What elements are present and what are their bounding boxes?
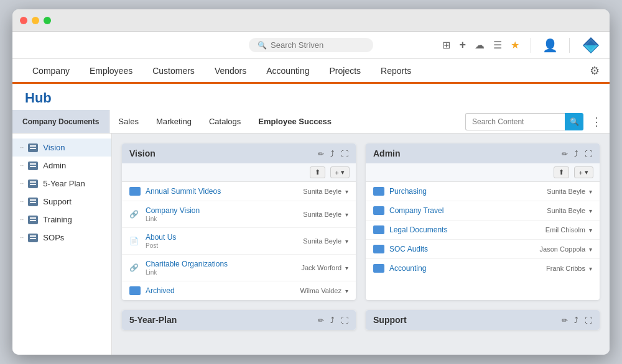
- vision-card-title: Vision: [129, 148, 156, 158]
- five-year-plan-actions: [318, 316, 348, 325]
- dropdown-arrow[interactable]: ▾: [589, 246, 592, 253]
- dropdown-arrow[interactable]: ▾: [345, 288, 348, 294]
- toolbar-actions: ⊞ + ☁ ☰ ★ 👤: [442, 38, 572, 53]
- five-year-plan-card: 5-Year-Plan: [122, 310, 356, 330]
- item-name[interactable]: SOC Audits: [389, 245, 540, 253]
- edit-icon[interactable]: [318, 149, 324, 158]
- sidebar-item-vision[interactable]: ··· Vision: [12, 139, 111, 157]
- tab-sales[interactable]: Sales: [109, 110, 147, 133]
- search-input[interactable]: [271, 40, 358, 50]
- tree-dots: ···: [20, 144, 23, 151]
- content-search-input[interactable]: [465, 113, 565, 130]
- cloud-icon[interactable]: ☁: [475, 39, 485, 51]
- settings-gear[interactable]: ⚙: [590, 59, 600, 82]
- expand-icon[interactable]: [585, 149, 592, 158]
- nav-customers[interactable]: Customers: [142, 59, 205, 82]
- expand-icon[interactable]: [341, 149, 348, 158]
- tab-company-documents[interactable]: Company Documents: [12, 110, 109, 133]
- sidebar-item-admin[interactable]: ··· Admin: [12, 157, 111, 175]
- support-card-header: Support: [366, 310, 600, 330]
- item-name[interactable]: Purchasing: [389, 187, 547, 196]
- add-new-button[interactable]: + ▾: [330, 166, 350, 178]
- sidebar-item-support[interactable]: ··· Support: [12, 193, 111, 211]
- dropdown-arrow[interactable]: ▾: [345, 188, 348, 195]
- nav-accounting[interactable]: Accounting: [256, 59, 319, 82]
- item-author: Wilma Valdez: [300, 287, 341, 294]
- star-icon[interactable]: ★: [511, 39, 519, 51]
- item-name[interactable]: Accounting: [389, 264, 546, 273]
- five-year-plan-title: 5-Year-Plan: [129, 315, 177, 325]
- folder-icon: [28, 180, 38, 188]
- nav-projects[interactable]: Projects: [320, 59, 371, 82]
- item-name[interactable]: Company Vision: [146, 206, 303, 215]
- dropdown-arrow[interactable]: ▾: [589, 207, 592, 214]
- tab-employee-success[interactable]: Employee Success: [249, 110, 340, 133]
- list-item: SOC Audits Jason Coppola ▾: [366, 240, 600, 259]
- share-icon[interactable]: [574, 149, 578, 158]
- item-author: Sunita Beyle: [303, 211, 341, 218]
- upload-icon: ⬆: [559, 168, 564, 176]
- item-name[interactable]: About Us: [146, 233, 303, 242]
- menu-icon[interactable]: ☰: [493, 39, 502, 51]
- sidebar: ··· Vision ··· Admin ··· 5-Year Plan ···…: [12, 134, 112, 355]
- list-item: Archived Wilma Valdez ▾: [122, 281, 356, 300]
- share-icon[interactable]: [574, 316, 578, 325]
- nav-vendors[interactable]: Vendors: [205, 59, 256, 82]
- item-name[interactable]: Company Travel: [389, 206, 547, 215]
- nav-company[interactable]: Company: [22, 59, 80, 82]
- content-search-button[interactable]: 🔍: [565, 113, 583, 130]
- add-icon[interactable]: +: [459, 39, 466, 52]
- edit-icon[interactable]: [318, 316, 324, 325]
- dropdown-arrow[interactable]: ▾: [589, 265, 592, 272]
- edit-icon[interactable]: [562, 149, 568, 158]
- five-year-plan-header: 5-Year-Plan: [122, 310, 356, 330]
- folder-icon: [28, 198, 38, 206]
- folder-icon: [373, 206, 384, 215]
- sidebar-item-training[interactable]: ··· Training: [12, 211, 111, 229]
- upload-button[interactable]: ⬆: [554, 166, 569, 178]
- nav-employees[interactable]: Employees: [80, 59, 142, 82]
- maximize-button[interactable]: [44, 17, 51, 24]
- dropdown-arrow[interactable]: ▾: [345, 265, 348, 271]
- dropdown-arrow[interactable]: ▾: [345, 211, 348, 218]
- admin-card-toolbar: ⬆ + ▾: [366, 163, 600, 182]
- share-icon[interactable]: [330, 149, 335, 158]
- item-name[interactable]: Charitable Organizations: [146, 260, 301, 268]
- content-search[interactable]: 🔍: [465, 113, 583, 130]
- sidebar-item-sops[interactable]: ··· SOPs: [12, 229, 111, 247]
- admin-card-list: Purchasing Sunita Beyle ▾ Company Travel…: [366, 182, 600, 278]
- item-name[interactable]: Legal Documents: [389, 225, 545, 234]
- dropdown-arrow[interactable]: ▾: [589, 227, 592, 234]
- list-item: Legal Documents Emil Chisolm ▾: [366, 221, 600, 240]
- tab-catalogs[interactable]: Catalogs: [200, 110, 249, 133]
- dropdown-arrow[interactable]: ▾: [589, 188, 592, 195]
- vision-card-toolbar: ⬆ + ▾: [122, 163, 356, 182]
- share-icon[interactable]: [330, 316, 335, 325]
- folder-icon: [373, 264, 384, 273]
- sidebar-item-five-year-plan[interactable]: ··· 5-Year Plan: [12, 175, 111, 193]
- add-new-button[interactable]: + ▾: [574, 166, 593, 178]
- expand-icon[interactable]: [341, 316, 348, 325]
- upload-button[interactable]: ⬆: [310, 166, 325, 178]
- admin-card-actions: [562, 149, 592, 158]
- edit-icon[interactable]: [562, 316, 568, 325]
- page-header: Hub: [12, 84, 610, 110]
- tab-marketing[interactable]: Marketing: [147, 110, 200, 133]
- item-author: Sunita Beyle: [547, 188, 585, 195]
- dropdown-arrow[interactable]: ▾: [345, 238, 348, 245]
- more-options-button[interactable]: ⋮: [583, 115, 610, 129]
- game-icon[interactable]: ⊞: [442, 39, 450, 51]
- folder-icon: [129, 286, 141, 295]
- minimize-button[interactable]: [32, 17, 39, 24]
- close-button[interactable]: [20, 17, 27, 24]
- link-icon: [129, 210, 141, 219]
- search-icon: 🔍: [570, 117, 579, 126]
- top-toolbar: 🔍 ⊞ + ☁ ☰ ★ 👤: [12, 32, 610, 59]
- nav-reports[interactable]: Reports: [371, 59, 421, 82]
- expand-icon[interactable]: [585, 316, 592, 325]
- user-avatar[interactable]: 👤: [542, 38, 558, 53]
- global-search[interactable]: 🔍: [249, 38, 373, 52]
- vision-card-list: Annual Summit Videos Sunita Beyle ▾ Comp…: [122, 182, 356, 300]
- item-name[interactable]: Archived: [146, 286, 300, 295]
- item-name[interactable]: Annual Summit Videos: [146, 187, 303, 196]
